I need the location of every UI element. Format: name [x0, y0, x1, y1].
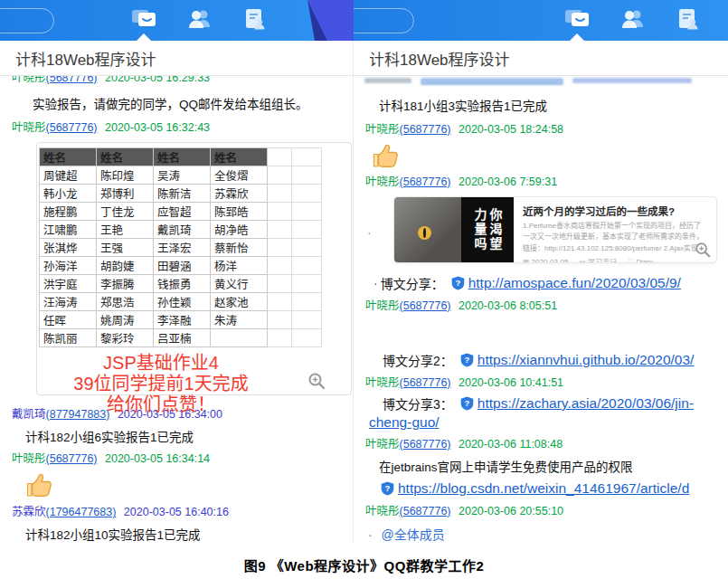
group-title: 计科18Web程序设计	[0, 41, 354, 76]
roster-table: 姓名 姓名 姓名 姓名 周键超陈印煌吴涛全俊熠 韩小龙郑博利陈新洁苏霖欣 施程鹏…	[39, 147, 322, 347]
table-row: 任晖姚周涛李泽融朱涛	[40, 311, 322, 329]
message-time: 2020-03-05 18:24:58	[459, 123, 563, 136]
contacts-tab-icon[interactable]	[619, 7, 647, 32]
contacts-tab-icon[interactable]	[186, 7, 213, 32]
col-header: 姓名	[211, 148, 268, 166]
sender-name: 叶晓彤	[365, 376, 400, 389]
messages-tab-icon[interactable]	[563, 7, 591, 32]
thumbs-up-sticker[interactable]	[370, 140, 401, 170]
message-text: 在jetbrains官网上申请学生免费使用产品的权限	[379, 457, 728, 475]
question-shield-icon: ?	[451, 276, 465, 290]
csdn-link-row: ? https://blog.csdn.net/weixin_41461967/…	[381, 480, 728, 497]
message-header: 叶晓彤(5687776) 2020-03-05 16:32:43	[12, 118, 354, 135]
message-time: 2020-03-06 10:41:51	[459, 376, 563, 389]
card-meta: ▦2020-03-05 ▤学习手记 ♡Diary	[523, 257, 707, 262]
thumbs-up-sticker[interactable]	[24, 470, 54, 499]
question-shield-icon: ?	[460, 396, 474, 411]
table-row: 汪海涛郑思浩孙佳颖赵家池	[40, 293, 322, 311]
question-shield-icon: ?	[460, 353, 474, 367]
sender-uin-link[interactable]: (5687776)	[400, 299, 451, 312]
chat-message-list: 计科181小组3实验报告1已完成 叶晓彤(5687776) 2020-03-05…	[354, 76, 728, 543]
chat-message-list: 叶晓彤(5687776) 2020-03-05 16:29:33 实验报告，请做…	[0, 76, 354, 546]
blog-link[interactable]: https://xiannvhui.github.io/2020/03/	[477, 352, 695, 368]
message-time: 2020-03-05 16:34:14	[105, 452, 210, 465]
mention-all-link[interactable]: @全体成员	[382, 527, 445, 542]
blog-link[interactable]: http://amospace.fun/2020/03/05/9/	[468, 275, 681, 291]
group-title: 计科18Web程序设计	[354, 41, 728, 76]
card-tag: Diary	[636, 258, 653, 262]
card-content: 近两个月的学习过后的一些成果? 1.Perfume香水商店寒假开始第一个实现的项…	[514, 197, 716, 262]
message-header: 叶晓彤(5687776) 2020-03-06 10:41:51	[365, 373, 728, 390]
chat-window-left: 计科18Web程序设计 叶晓彤(5687776) 2020-03-05 16:2…	[0, 0, 354, 546]
sender-uin-link[interactable]: (5687776)	[400, 123, 451, 136]
message-header: 叶晓彤(5687776) 2020-03-06 20:55:10	[365, 501, 728, 518]
sender-name: 叶晓彤	[365, 505, 400, 517]
message-time: 2020-03-06 7:59:31	[459, 176, 557, 188]
table-row: 孙海洋胡韵婕田碧涵杨洋	[40, 257, 322, 275]
message-text: 计科182小组6实验报告1已完成	[25, 427, 354, 445]
table-row: 周键超陈印煌吴涛全俊熠	[40, 166, 322, 185]
svg-text:?: ?	[455, 278, 460, 288]
sender-name: 叶晓彤	[365, 299, 400, 312]
message-header: 叶晓彤(5687776) 2020-03-06 11:08:48	[365, 434, 728, 451]
sender-uin-link[interactable]: (5687776)	[46, 76, 98, 84]
blog-link-wrap[interactable]: cheng-guo/	[369, 414, 440, 430]
sender-uin-link[interactable]: (5687776)	[400, 505, 451, 517]
magnifier-icon[interactable]	[307, 372, 326, 390]
svg-text:?: ?	[464, 398, 469, 408]
docs-tab-icon[interactable]	[675, 7, 702, 32]
sender-uin-link[interactable]: (5687776)	[400, 438, 451, 451]
calendar-icon: ▦	[523, 258, 530, 262]
poster-text-panel: 力量吗 你渴望	[461, 197, 514, 262]
card-date: 2020-03-05	[532, 258, 569, 262]
sender-uin-link[interactable]: (5687776)	[46, 452, 98, 465]
table-row: 施程鹏丁佳龙应智超陈郅皓	[40, 203, 322, 221]
message-text: 计科182小组10实验报告1已完成	[25, 525, 354, 543]
col-header: 姓名	[40, 148, 97, 166]
messages-tab-icon[interactable]	[130, 7, 157, 32]
cat-photo	[394, 197, 461, 262]
blog-share-row-2: 博文分享2： ? https://xiannvhui.github.io/202…	[383, 351, 728, 369]
sender-name: 叶晓彤	[365, 176, 400, 188]
table-row: 张淇烨王强王泽宏蔡新怡	[40, 239, 322, 257]
blog-share-row-3: 博文分享3： ? https://zachary.asia/2020/03/06…	[383, 394, 728, 413]
svg-text:?: ?	[385, 483, 391, 493]
csdn-link[interactable]: https://blog.csdn.net/weixin_41461967/ar…	[398, 480, 689, 497]
vertical-text-left: 力量吗	[474, 208, 487, 252]
message-header: 叶晓彤(5687776) 2020-03-05 16:34:14	[12, 449, 354, 466]
sender-name: 叶晓彤	[12, 121, 46, 134]
sender-uin-link[interactable]: (5687776)	[400, 176, 451, 188]
blog-card-row: · 力量吗 你渴望 近两个月的学习过后的一些成果? 1.Perfume香水商店寒…	[354, 196, 728, 263]
figure-caption: 图9 《Web程序设计》QQ群教学工作2	[0, 555, 728, 574]
vertical-text-right: 你渴望	[489, 208, 502, 252]
cat-eye	[418, 226, 431, 240]
screenshot-root: 计科18Web程序设计 叶晓彤(5687776) 2020-03-05 16:2…	[0, 0, 728, 579]
sender-uin-link[interactable]: (5687776)	[46, 121, 98, 134]
blog-link[interactable]: https://zachary.asia/2020/03/06/jin-	[477, 395, 694, 412]
search-input[interactable]	[0, 8, 54, 33]
docs-tab-icon[interactable]	[241, 7, 269, 32]
message-header: 叶晓彤(5687776) 2020-03-06 8:05:51	[365, 296, 728, 313]
bullet-dot: ·	[373, 276, 378, 290]
search-input[interactable]	[354, 8, 414, 33]
message-text: 计科181小组3实验报告1已完成	[379, 96, 728, 114]
table-row: 韩小龙郑博利陈新洁苏霖欣	[40, 185, 322, 203]
blog-preview-card[interactable]: 力量吗 你渴望 近两个月的学习过后的一些成果? 1.Perfume香水商店寒假开…	[393, 196, 717, 263]
sender-name: 叶晓彤	[365, 438, 400, 451]
share-label: 博文分享2：	[383, 351, 453, 369]
question-shield-icon: ?	[381, 481, 394, 496]
magnifier-icon[interactable]	[695, 242, 711, 258]
message-time: 2020-03-05 16:32:43	[105, 121, 210, 134]
link-continuation: cheng-guo/	[369, 414, 728, 431]
bullet-dot: ·	[367, 225, 372, 240]
active-tab-pointer	[137, 33, 151, 41]
message-time: 2020-03-05 16:40:16	[124, 506, 229, 518]
qq-header	[0, 0, 354, 41]
chat-image-roster[interactable]: 姓名 姓名 姓名 姓名 周键超陈印煌吴涛全俊熠 韩小龙郑博利陈新洁苏霖欣 施程鹏…	[36, 142, 352, 395]
sender-name: 叶晓彤	[365, 123, 400, 136]
message-header: 叶晓彤(5687776) 2020-03-05 18:24:58	[365, 119, 728, 137]
sender-uin-link[interactable]: (5687776)	[400, 376, 451, 389]
sender-uin-link[interactable]: (1796477683)	[46, 506, 117, 518]
sender-name: 叶晓彤	[12, 452, 46, 465]
message-text: 实验报告，请做完的同学，QQ邮件发给本组组长。	[33, 94, 354, 112]
